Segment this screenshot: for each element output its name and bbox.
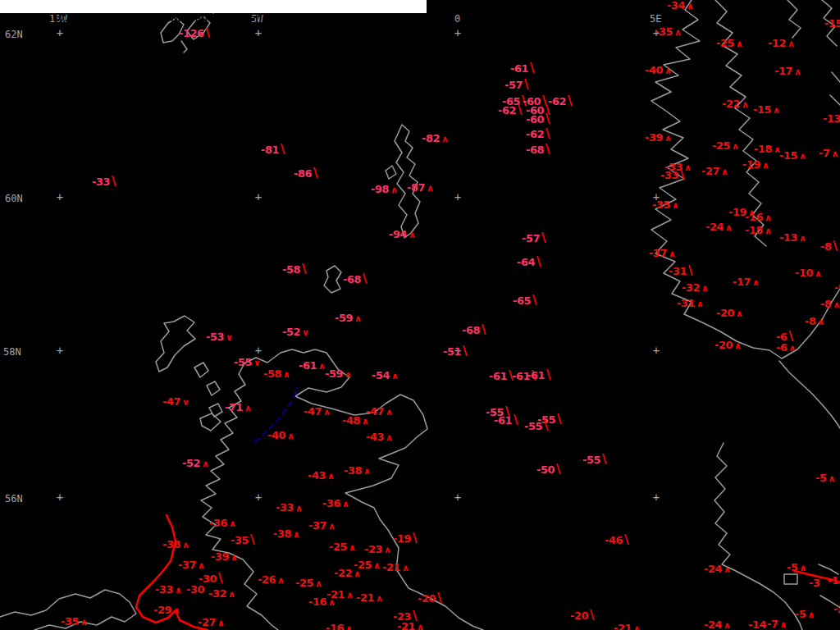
grid-cross: + (255, 344, 262, 357)
station-report: -2 (833, 603, 840, 615)
pressure-tendency-value: -32 (682, 281, 700, 294)
station-report: -57\ (504, 79, 528, 91)
pressure-tendency-value: -62 (498, 104, 516, 116)
tendency-symbol: ∧ (293, 529, 299, 540)
pressure-tendency-value: -40 (645, 64, 663, 76)
tendency-symbol: ∧ (815, 268, 821, 279)
pressure-tendency-value: -55 (524, 420, 542, 432)
station-report: -61\ (510, 62, 534, 75)
tendency-symbol: ∧ (228, 589, 235, 600)
tendency-symbol: ∧ (328, 521, 335, 532)
station-report: -37∧ (649, 247, 675, 259)
station-report: -17∧ (774, 65, 801, 77)
tendency-symbol: ∧ (742, 99, 748, 110)
station-report: -22∧ (334, 567, 360, 579)
station-report: -35\ (231, 534, 254, 546)
pressure-tendency-value: -40 (267, 429, 285, 441)
tendency-symbol: \ (518, 106, 522, 114)
pressure-tendency-value: -26 (258, 573, 276, 586)
pressure-tendency-value: -17 (733, 276, 751, 288)
pressure-tendency-value: -47 (304, 405, 322, 418)
tendency-symbol: \ (544, 422, 548, 430)
tendency-symbol: \ (524, 80, 528, 89)
tendency-symbol: ∧ (182, 540, 189, 550)
station-report: -55∨ (234, 356, 260, 368)
pressure-tendency-value: -35 (652, 199, 670, 211)
tendency-symbol: ∧ (315, 578, 322, 589)
pressure-tendency-value: -58 (263, 368, 281, 380)
station-report: -20∧ (714, 339, 741, 351)
tendency-symbol: \ (546, 115, 550, 123)
station-report: -52∧ (182, 457, 208, 469)
tendency-symbol: ∧ (346, 590, 353, 600)
tendency-symbol: ∧ (773, 105, 779, 116)
pressure-tendency-value: -68 (462, 324, 480, 336)
station-report: -62\ (498, 104, 522, 116)
pressure-tendency-value: -37 (178, 559, 196, 571)
grid-cross: + (57, 344, 63, 357)
pressure-tendency-value: -13 (823, 112, 840, 125)
pressure-tendency-value: -14 (748, 619, 766, 630)
pressure-tendency-value: -68 (343, 273, 361, 285)
coastline (819, 564, 838, 574)
station-report: -33∧ (155, 583, 181, 596)
pressure-tendency-value: -21 (356, 591, 374, 604)
tendency-symbol: ∧ (384, 545, 390, 555)
station-report: -17∧ (733, 276, 759, 288)
pressure-tendency-value: -24 (704, 563, 722, 575)
tendency-symbol: ∧ (664, 133, 671, 144)
pressure-tendency-value: -38 (162, 538, 180, 550)
tendency-symbol: ∧ (363, 466, 370, 477)
station-report: -36∧ (209, 517, 235, 529)
pressure-tendency-value: -22 (334, 567, 352, 579)
pressure-tendency-value: -7 (767, 618, 778, 630)
tendency-symbol: ∧ (349, 542, 355, 553)
tendency-symbol: ∧ (80, 617, 87, 628)
pressure-tendency-value: -55 (234, 356, 252, 368)
station-report: -71∧ (225, 401, 251, 413)
pressure-tendency-value: -16 (326, 622, 344, 630)
station-report: -10∧ (795, 267, 821, 279)
tendency-symbol: ∧ (831, 148, 838, 159)
station-report: -9 (834, 281, 840, 294)
station-report: -81\ (261, 144, 285, 156)
pressure-tendency-value: -18 (745, 224, 763, 236)
station-report: -40∧ (645, 64, 671, 76)
station-report: -16∧ (745, 211, 771, 223)
pressure-tendency-value: -16 (745, 211, 763, 223)
tendency-symbol: \ (514, 416, 518, 424)
station-report: -34∧ (667, 0, 693, 11)
tendency-symbol: \ (602, 455, 606, 463)
tendency-symbol: ∨ (182, 397, 189, 408)
tendency-symbol: \ (590, 611, 594, 619)
station-report: -40∧ (267, 429, 294, 441)
pressure-tendency-value: -5 (815, 472, 826, 484)
station-report: -19∧ (742, 158, 769, 171)
tendency-symbol: ∧ (664, 66, 671, 76)
pressure-tendency-value: -31 (677, 297, 695, 309)
grid-cross: + (57, 190, 63, 203)
station-report: -62\ (526, 128, 550, 140)
tendency-symbol: ∧ (175, 585, 181, 596)
tendency-symbol: ∧ (732, 141, 738, 152)
pressure-tendency-value: -20 (418, 592, 436, 605)
pressure-tendency-value: -25 (295, 577, 313, 589)
pressure-tendency-value: -15 (779, 149, 797, 162)
station-report: -29∧ (153, 604, 180, 616)
pressure-tendency-value: -82 (422, 132, 440, 144)
station-report: -32∧ (682, 281, 708, 294)
coastline (156, 316, 195, 372)
pressure-tendency-value: -35 (231, 534, 249, 546)
pressure-tendency-value: -15 (753, 103, 771, 116)
pressure-tendency-value: -8 (820, 298, 831, 310)
station-report: -24∧ (704, 563, 730, 575)
grid-cross: + (255, 491, 262, 504)
tendency-symbol: ∧ (231, 552, 237, 563)
tendency-symbol: \ (546, 145, 550, 153)
tendency-symbol: ∧ (752, 277, 759, 288)
pressure-tendency-value: -17 (774, 65, 792, 77)
grid-cross: + (454, 26, 461, 39)
tendency-symbol: \ (536, 258, 541, 266)
pressure-tendency-value: -25 (329, 541, 347, 553)
tendency-symbol: ∧ (788, 39, 794, 49)
